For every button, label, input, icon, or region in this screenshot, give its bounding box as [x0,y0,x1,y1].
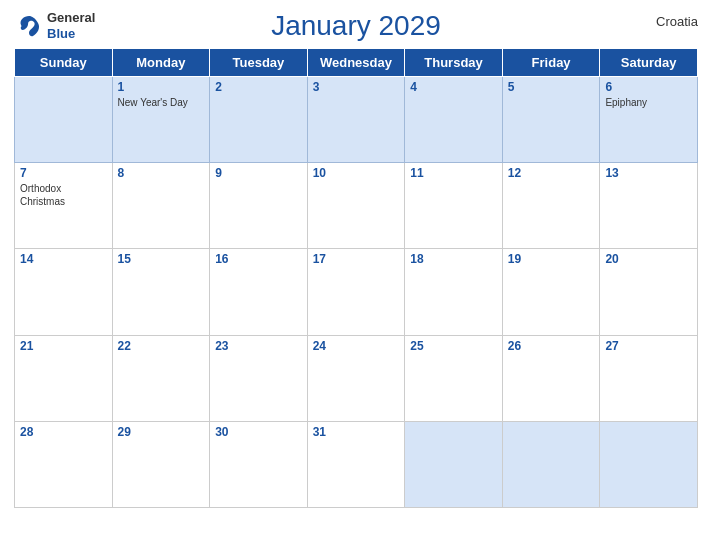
day-number: 23 [215,339,302,353]
day-number: 20 [605,252,692,266]
day-number: 18 [410,252,497,266]
day-number: 13 [605,166,692,180]
header-tuesday: Tuesday [210,49,308,77]
day-number: 10 [313,166,400,180]
day-number: 28 [20,425,107,439]
logo-area: General Blue [14,10,95,41]
calendar-cell: 13 [600,163,698,249]
day-number: 2 [215,80,302,94]
logo-text-block: General Blue [47,10,95,41]
days-header-row: Sunday Monday Tuesday Wednesday Thursday… [15,49,698,77]
day-number: 31 [313,425,400,439]
header-friday: Friday [502,49,600,77]
logo-bird-icon [14,11,44,41]
calendar-cell: 12 [502,163,600,249]
calendar-cell: 26 [502,335,600,421]
day-number: 5 [508,80,595,94]
header-thursday: Thursday [405,49,503,77]
header-wednesday: Wednesday [307,49,405,77]
calendar-cell: 14 [15,249,113,335]
calendar-cell: 19 [502,249,600,335]
day-number: 29 [118,425,205,439]
week-row-3: 14151617181920 [15,249,698,335]
calendar-cell: 29 [112,421,210,507]
header-sunday: Sunday [15,49,113,77]
calendar-cell: 1New Year's Day [112,77,210,163]
calendar-cell: 7Orthodox Christmas [15,163,113,249]
day-number: 19 [508,252,595,266]
day-number: 30 [215,425,302,439]
day-number: 16 [215,252,302,266]
day-event: Orthodox Christmas [20,182,107,208]
calendar-cell: 10 [307,163,405,249]
day-number: 3 [313,80,400,94]
day-number: 14 [20,252,107,266]
calendar-cell [405,421,503,507]
calendar-title: January 2029 [271,10,441,42]
calendar-cell: 6Epiphany [600,77,698,163]
day-number: 8 [118,166,205,180]
calendar-cell: 11 [405,163,503,249]
day-number: 9 [215,166,302,180]
calendar-cell [600,421,698,507]
day-number: 21 [20,339,107,353]
day-number: 27 [605,339,692,353]
calendar-cell: 9 [210,163,308,249]
day-number: 26 [508,339,595,353]
week-row-2: 7Orthodox Christmas8910111213 [15,163,698,249]
day-number: 1 [118,80,205,94]
calendar-cell: 23 [210,335,308,421]
calendar-cell: 15 [112,249,210,335]
day-number: 12 [508,166,595,180]
calendar-cell: 20 [600,249,698,335]
calendar-cell: 31 [307,421,405,507]
calendar-cell [502,421,600,507]
calendar-cell: 21 [15,335,113,421]
calendar-cell: 2 [210,77,308,163]
calendar-cell: 30 [210,421,308,507]
calendar-cell: 25 [405,335,503,421]
logo-general: General [47,10,95,26]
calendar-table: Sunday Monday Tuesday Wednesday Thursday… [14,48,698,508]
day-event: New Year's Day [118,96,205,109]
header-monday: Monday [112,49,210,77]
country-label: Croatia [656,14,698,29]
day-number: 11 [410,166,497,180]
calendar-cell: 17 [307,249,405,335]
calendar-cell: 27 [600,335,698,421]
day-number: 6 [605,80,692,94]
calendar-cell: 24 [307,335,405,421]
week-row-4: 21222324252627 [15,335,698,421]
calendar-cell [15,77,113,163]
day-number: 4 [410,80,497,94]
day-number: 22 [118,339,205,353]
calendar-cell: 4 [405,77,503,163]
day-event: Epiphany [605,96,692,109]
calendar-cell: 8 [112,163,210,249]
week-row-5: 28293031 [15,421,698,507]
week-row-1: 1New Year's Day23456Epiphany [15,77,698,163]
calendar-cell: 5 [502,77,600,163]
day-number: 17 [313,252,400,266]
day-number: 24 [313,339,400,353]
day-number: 25 [410,339,497,353]
calendar-header: General Blue January 2029 Croatia [14,10,698,42]
day-number: 7 [20,166,107,180]
calendar-cell: 3 [307,77,405,163]
logo-blue: Blue [47,26,75,42]
calendar-cell: 22 [112,335,210,421]
day-number: 15 [118,252,205,266]
calendar-cell: 28 [15,421,113,507]
calendar-cell: 16 [210,249,308,335]
calendar-container: General Blue January 2029 Croatia Sunday… [0,0,712,550]
header-saturday: Saturday [600,49,698,77]
calendar-cell: 18 [405,249,503,335]
